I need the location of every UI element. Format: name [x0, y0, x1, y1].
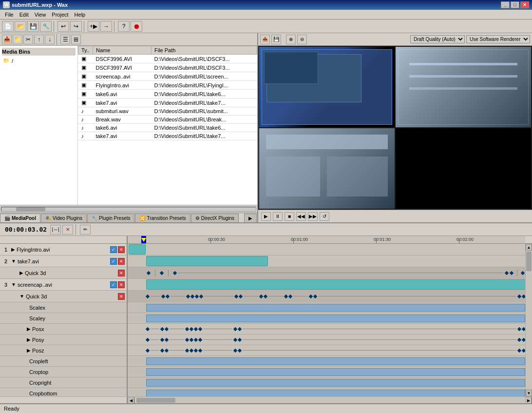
open-button[interactable]: 📂 — [15, 21, 26, 32]
track-2-quick3d-expand[interactable]: ▶ — [19, 270, 23, 275]
new-button[interactable]: 📄 — [2, 21, 14, 32]
record-button[interactable]: ⏺ — [131, 21, 142, 32]
track-3-check[interactable]: ✓ — [110, 281, 117, 288]
window-controls[interactable]: _ □ ✕ — [501, 1, 529, 8]
track-2-quick3d-close[interactable]: ✕ — [118, 270, 125, 276]
menu-view[interactable]: View — [32, 11, 49, 19]
vscroll-down[interactable]: ▼ — [526, 390, 532, 396]
hscroll-header-spacer — [0, 397, 128, 403]
pause-button[interactable]: ⏸ — [273, 212, 283, 221]
bins-tree-root[interactable]: 📁 / — [2, 57, 76, 65]
track-3-quick3d-name: Quick 3d — [26, 294, 116, 299]
hscroll-thumb[interactable] — [136, 398, 175, 403]
media-scroll-track[interactable] — [1, 207, 256, 212]
redo-button[interactable]: ↪ — [70, 21, 82, 32]
tab-transition-presets[interactable]: 🔀 Transition Presets — [135, 214, 190, 222]
file-row-6[interactable]: ♪submiturl.wavD:\Videos\SubmitURL\submit… — [78, 107, 257, 116]
track-posz-expand[interactable]: ▶ — [27, 348, 31, 353]
minimize-button[interactable]: _ — [501, 1, 510, 8]
hscroll-track[interactable] — [134, 397, 525, 403]
file-row-8[interactable]: ♪take6.aviD:\Videos\SubmitURL\take6... — [78, 124, 257, 132]
file-type-6: ♪ — [78, 107, 93, 116]
media-move-down-button[interactable]: ↓ — [45, 35, 55, 44]
forward-button[interactable]: ▶▶ — [308, 212, 318, 221]
track-2-clip[interactable] — [146, 256, 268, 266]
menu-file[interactable]: File — [2, 11, 17, 19]
media-properties-button[interactable]: ✂ — [23, 35, 33, 44]
maximize-button[interactable]: □ — [511, 1, 519, 8]
preview-zoom-out-button[interactable]: ⊖ — [297, 35, 307, 44]
play-button[interactable]: ▶ — [261, 212, 271, 221]
track-1-close[interactable]: ✕ — [118, 246, 125, 253]
preview-zoom-in-button[interactable]: ⊕ — [286, 35, 296, 44]
file-row-9[interactable]: ♪take7.aviD:\Videos\SubmitURL\take7... — [78, 132, 257, 140]
track-1-clip[interactable] — [129, 244, 146, 255]
file-row-1[interactable]: ▣DSCF3997.AVID:\Videos\SubmitURL\DSCF3..… — [78, 63, 257, 72]
vscroll-up[interactable]: ▲ — [526, 244, 532, 251]
quality-select[interactable]: Draft Quality (Auto) — [410, 35, 465, 43]
tl-delete-button[interactable]: ✕ — [62, 225, 73, 235]
save-button[interactable]: 💾 — [27, 21, 39, 32]
close-button[interactable]: ✕ — [520, 1, 529, 8]
list-view-button[interactable]: ☰ — [60, 35, 70, 44]
tab-video-plugins[interactable]: 🎭 Video Plugins — [41, 214, 87, 222]
tl-snap-button[interactable]: |↔| — [50, 225, 61, 235]
renderer-select[interactable]: Use Software Renderer — [466, 35, 530, 43]
col-path[interactable]: File Path — [152, 46, 257, 55]
rewind-button[interactable]: ◀◀ — [296, 212, 306, 221]
track-posx-expand[interactable]: ▶ — [27, 326, 31, 332]
track-2-close[interactable]: ✕ — [118, 258, 125, 265]
vscroll-thumb[interactable] — [526, 252, 532, 271]
tab-more[interactable]: ▶ — [244, 214, 257, 222]
menu-edit[interactable]: Edit — [17, 11, 32, 19]
vscroll-track[interactable] — [526, 251, 532, 390]
tl-edit-mode-button[interactable]: ✏ — [80, 225, 91, 235]
file-row-3[interactable]: ▣FlyingIntro.aviD:\Videos\SubmitURL\Flyi… — [78, 81, 257, 90]
file-row-4[interactable]: ▣take6.aviD:\Videos\SubmitURL\take6... — [78, 90, 257, 98]
file-row-5[interactable]: ▣take7.aviD:\Videos\SubmitURL\take7... — [78, 98, 257, 107]
media-scrollbar[interactable] — [0, 205, 257, 213]
file-row-0[interactable]: ▣DSCF3996.AVID:\Videos\SubmitURL\DSCF3..… — [78, 55, 257, 63]
file-row-7[interactable]: ♪Break.wavD:\Videos\SubmitURL\Break... — [78, 116, 257, 124]
media-move-up-button[interactable]: ↑ — [34, 35, 44, 44]
menu-help[interactable]: Help — [72, 11, 89, 19]
media-folder-button[interactable]: 📁 — [13, 35, 22, 44]
media-scroll-thumb[interactable] — [16, 207, 45, 211]
tl-sep — [76, 224, 77, 235]
tab-plugin-presets[interactable]: 🔧 Plugin Presets — [87, 214, 134, 222]
track-1-check[interactable]: ✓ — [110, 246, 117, 253]
track-2-check[interactable]: ✓ — [110, 258, 117, 265]
track-3-quick3d-close[interactable]: ✕ — [118, 293, 125, 300]
track-posy-expand[interactable]: ▶ — [27, 337, 31, 342]
help-button[interactable]: ? — [118, 21, 130, 32]
track-3-close[interactable]: ✕ — [118, 281, 125, 288]
loop-button[interactable]: ↺ — [320, 212, 329, 221]
file-row-2[interactable]: ▣screencap..aviD:\Videos\SubmitURL\scree… — [78, 72, 257, 81]
preview-load-button[interactable]: 📤 — [260, 35, 270, 44]
media-import-button[interactable]: 📥 — [2, 35, 12, 44]
properties-button[interactable]: 🔧 — [40, 21, 52, 32]
hscroll-right[interactable]: ▶ — [525, 397, 532, 403]
file-path-2: D:\Videos\SubmitURL\screen... — [152, 72, 257, 81]
app-icon: W — [3, 1, 10, 8]
stop-button[interactable]: ■ — [285, 212, 294, 221]
file-path-8: D:\Videos\SubmitURL\take6... — [152, 124, 257, 132]
track-3-expand[interactable]: ▼ — [11, 282, 16, 287]
media-file-list[interactable]: Ty.. Name File Path ▣DSCF3996.AVID:\Vide… — [78, 46, 257, 205]
tab-directx-plugins[interactable]: ⚙ DirectX Plugins — [191, 214, 239, 222]
col-type[interactable]: Ty.. — [78, 46, 93, 55]
export-button[interactable]: → — [100, 21, 112, 32]
tab-mediapool[interactable]: 🎬 MediaPool — [0, 214, 40, 222]
add-media-button[interactable]: +▶ — [88, 21, 99, 32]
track-2-expand[interactable]: ▼ — [11, 258, 16, 264]
thumbnail-view-button[interactable]: ⊞ — [71, 35, 81, 44]
timeline-vscrollbar[interactable]: ▲ ▼ — [525, 244, 532, 396]
col-name[interactable]: Name — [93, 46, 152, 55]
track-3-quick3d-expand[interactable]: ▼ — [19, 294, 24, 299]
track-1-expand[interactable]: ▶ — [11, 247, 15, 252]
undo-button[interactable]: ↩ — [57, 21, 69, 32]
preview-save-button[interactable]: 💾 — [271, 35, 281, 44]
track-3-clip[interactable] — [146, 279, 525, 290]
menu-project[interactable]: Project — [49, 11, 71, 19]
hscroll-left[interactable]: ◀ — [128, 397, 134, 403]
